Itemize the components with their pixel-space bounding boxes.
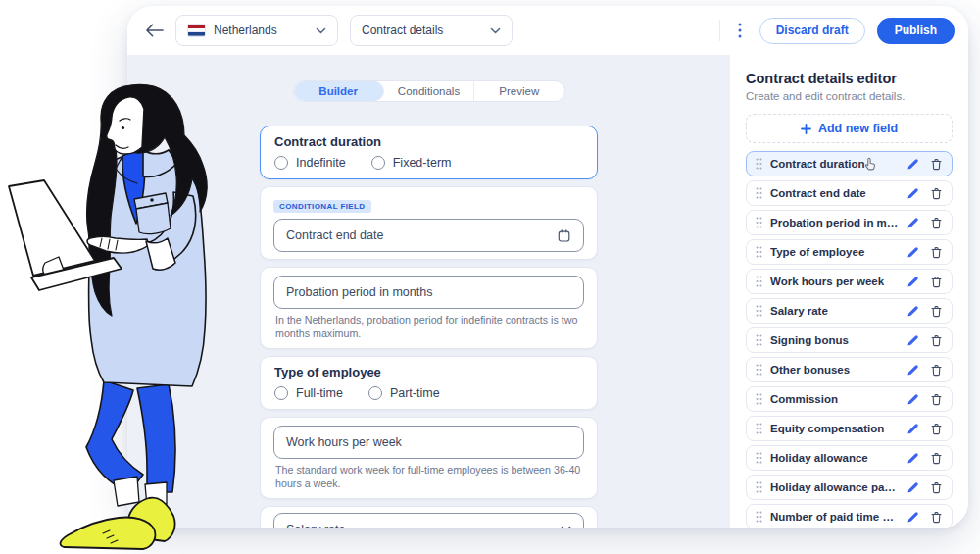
topbar-divider bbox=[719, 20, 720, 41]
edit-icon[interactable] bbox=[906, 423, 919, 435]
card-title: Contract duration bbox=[274, 134, 583, 149]
drag-handle-icon[interactable] bbox=[756, 276, 762, 287]
field-label: Probation period in months bbox=[770, 217, 899, 228]
template-selector-label: Contract details bbox=[362, 24, 482, 37]
salary-rate-select[interactable]: Salary rate bbox=[273, 513, 584, 528]
field-row-holiday-allowance[interactable]: Holiday allowance bbox=[746, 445, 953, 471]
field-label: Number of paid time off days bbox=[770, 511, 899, 523]
delete-icon[interactable] bbox=[930, 158, 943, 171]
chevron-down-icon bbox=[561, 526, 571, 528]
edit-icon[interactable] bbox=[906, 481, 919, 494]
edit-icon[interactable] bbox=[906, 305, 919, 318]
radio-fixed-term[interactable]: Fixed-term bbox=[371, 156, 452, 170]
chevron-down-icon bbox=[490, 27, 501, 34]
more-options-button[interactable] bbox=[732, 23, 748, 38]
tab-preview[interactable]: Preview bbox=[474, 81, 564, 101]
tab-conditionals[interactable]: Conditionals bbox=[384, 81, 474, 101]
drag-handle-icon[interactable] bbox=[756, 334, 762, 346]
field-row-work-hours[interactable]: Work hours per week bbox=[746, 269, 953, 294]
country-selector[interactable]: Netherlands bbox=[175, 15, 338, 46]
field-row-commission[interactable]: Commission bbox=[746, 386, 953, 412]
edit-icon[interactable] bbox=[906, 334, 919, 347]
drag-handle-icon[interactable] bbox=[756, 305, 762, 317]
radio-circle-icon bbox=[371, 156, 385, 170]
field-row-type-of-employee[interactable]: Type of employee bbox=[746, 239, 953, 265]
field-row-salary-rate[interactable]: Salary rate bbox=[746, 298, 953, 324]
field-label: Commission bbox=[770, 393, 899, 405]
field-row-paid-time-off[interactable]: Number of paid time off days bbox=[746, 504, 953, 528]
pointer-cursor-icon bbox=[862, 157, 878, 176]
edit-icon[interactable] bbox=[906, 364, 919, 377]
drag-handle-icon[interactable] bbox=[756, 158, 762, 170]
arrow-left-icon bbox=[145, 24, 164, 37]
radio-full-time[interactable]: Full-time bbox=[274, 386, 343, 400]
delete-icon[interactable] bbox=[930, 481, 943, 494]
input-placeholder: Contract end date bbox=[286, 228, 383, 242]
card-work-hours[interactable]: Work hours per week The standard work we… bbox=[260, 417, 598, 499]
card-contract-duration[interactable]: Contract duration Indefinite Fixed-term bbox=[260, 126, 598, 179]
edit-icon[interactable] bbox=[906, 511, 919, 524]
edit-icon[interactable] bbox=[906, 276, 919, 288]
delete-icon[interactable] bbox=[930, 393, 943, 406]
radio-group: Indefinite Fixed-term bbox=[274, 156, 583, 170]
drag-handle-icon[interactable] bbox=[756, 511, 762, 523]
field-row-equity-compensation[interactable]: Equity compensation bbox=[746, 416, 953, 441]
delete-icon[interactable] bbox=[930, 511, 943, 524]
field-label: Holiday allowance payment fre... bbox=[770, 481, 899, 493]
delete-icon[interactable] bbox=[930, 364, 943, 377]
edit-icon[interactable] bbox=[906, 187, 919, 200]
panel-subtitle: Create and edit contract details. bbox=[746, 90, 953, 102]
edit-icon[interactable] bbox=[906, 217, 919, 229]
discard-draft-button[interactable]: Discard draft bbox=[760, 18, 865, 44]
radio-circle-icon bbox=[274, 386, 288, 400]
delete-icon[interactable] bbox=[930, 423, 943, 435]
card-contract-end-date[interactable]: CONDITIONAL FIELD Contract end date bbox=[260, 186, 598, 260]
template-selector[interactable]: Contract details bbox=[350, 15, 513, 46]
field-row-holiday-allowance-frequency[interactable]: Holiday allowance payment fre... bbox=[746, 475, 953, 500]
radio-indefinite[interactable]: Indefinite bbox=[274, 156, 346, 170]
drag-handle-icon[interactable] bbox=[756, 481, 762, 493]
delete-icon[interactable] bbox=[930, 452, 943, 465]
delete-icon[interactable] bbox=[930, 276, 943, 288]
tab-builder[interactable]: Builder bbox=[294, 81, 384, 101]
drag-handle-icon[interactable] bbox=[756, 246, 762, 258]
drag-handle-icon[interactable] bbox=[756, 187, 762, 199]
radio-part-time[interactable]: Part-time bbox=[368, 386, 440, 400]
add-new-field-button[interactable]: Add new field bbox=[746, 114, 953, 143]
field-row-probation-period[interactable]: Probation period in months bbox=[746, 210, 953, 235]
edit-icon[interactable] bbox=[906, 452, 919, 465]
edit-icon[interactable] bbox=[906, 158, 919, 171]
field-row-signing-bonus[interactable]: Signing bonus bbox=[746, 327, 953, 353]
drag-handle-icon[interactable] bbox=[756, 393, 762, 405]
contract-end-date-input[interactable]: Contract end date bbox=[273, 219, 584, 252]
delete-icon[interactable] bbox=[930, 305, 943, 318]
drag-handle-icon[interactable] bbox=[756, 217, 762, 228]
field-label: Other bonuses bbox=[770, 364, 899, 376]
field-row-contract-end-date[interactable]: Contract end date bbox=[746, 180, 953, 206]
form-column: Builder Conditionals Preview Contract du… bbox=[260, 55, 598, 528]
delete-icon[interactable] bbox=[930, 187, 943, 200]
card-type-of-employee[interactable]: Type of employee Full-time Part-time bbox=[260, 356, 598, 410]
delete-icon[interactable] bbox=[930, 246, 943, 259]
radio-label: Indefinite bbox=[296, 156, 346, 170]
probation-period-input[interactable]: Probation period in months bbox=[273, 276, 584, 309]
top-bar: Netherlands Contract details Discard dra… bbox=[127, 6, 968, 55]
helper-text: In the Netherlands, probation period for… bbox=[273, 314, 584, 341]
edit-icon[interactable] bbox=[906, 393, 919, 406]
field-row-other-bonuses[interactable]: Other bonuses bbox=[746, 357, 953, 382]
drag-handle-icon[interactable] bbox=[756, 452, 762, 464]
drag-handle-icon[interactable] bbox=[756, 423, 762, 434]
drag-handle-icon[interactable] bbox=[756, 364, 762, 376]
work-hours-input[interactable]: Work hours per week bbox=[273, 426, 584, 459]
calendar-icon[interactable] bbox=[557, 228, 571, 243]
chevron-down-icon bbox=[316, 27, 326, 34]
edit-icon[interactable] bbox=[906, 246, 919, 259]
delete-icon[interactable] bbox=[930, 217, 943, 229]
publish-button[interactable]: Publish bbox=[877, 18, 955, 44]
card-salary-rate[interactable]: Salary rate bbox=[260, 506, 598, 528]
card-probation-period[interactable]: Probation period in months In the Nether… bbox=[260, 267, 598, 349]
field-row-contract-duration[interactable]: Contract duration bbox=[746, 151, 953, 176]
back-button[interactable] bbox=[145, 24, 164, 37]
content-area: Builder Conditionals Preview Contract du… bbox=[127, 55, 968, 528]
delete-icon[interactable] bbox=[930, 334, 943, 347]
